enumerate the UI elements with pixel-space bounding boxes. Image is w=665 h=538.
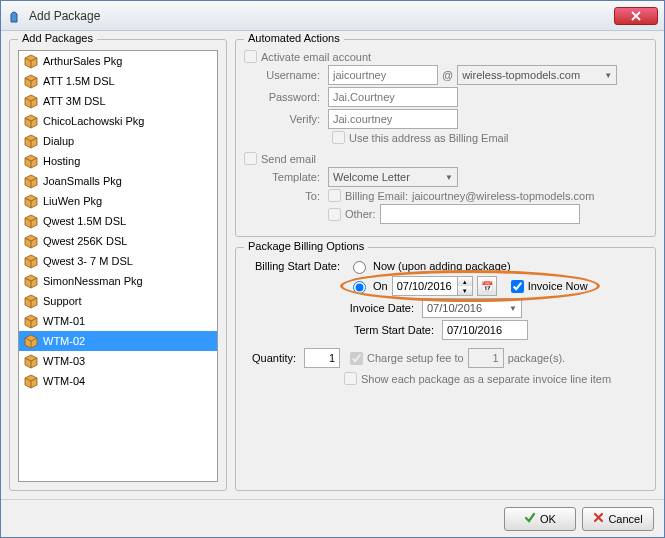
calendar-icon: 📅: [481, 281, 493, 292]
package-icon: [23, 253, 39, 269]
close-button[interactable]: [614, 7, 658, 25]
x-icon: [593, 512, 604, 525]
package-label: ArthurSales Pkg: [43, 55, 122, 67]
package-item[interactable]: SimonNessman Pkg: [19, 271, 217, 291]
now-radio[interactable]: [353, 261, 366, 274]
on-date-input[interactable]: [393, 277, 457, 295]
other-checkbox[interactable]: [328, 208, 341, 221]
other-label: Other:: [345, 208, 376, 220]
use-billing-checkbox[interactable]: [332, 131, 345, 144]
package-icon: [23, 173, 39, 189]
package-item[interactable]: LiuWen Pkg: [19, 191, 217, 211]
package-label: Dialup: [43, 135, 74, 147]
charge-setup-checkbox[interactable]: [350, 352, 363, 365]
charge-setup-post: package(s).: [508, 352, 565, 364]
billing-options-group: Package Billing Options Billing Start Da…: [235, 247, 656, 491]
billing-email-label: Billing Email:: [345, 190, 408, 202]
package-icon: [23, 153, 39, 169]
invoice-now-checkbox[interactable]: [511, 280, 524, 293]
package-item[interactable]: ATT 3M DSL: [19, 91, 217, 111]
package-item[interactable]: Hosting: [19, 151, 217, 171]
invoice-date-dropdown[interactable]: 07/10/2016 ▼: [422, 298, 522, 318]
term-start-input[interactable]: [442, 320, 528, 340]
package-item[interactable]: JoanSmalls Pkg: [19, 171, 217, 191]
package-label: ATT 1.5M DSL: [43, 75, 115, 87]
packages-group: Add Packages ArthurSales PkgATT 1.5M DSL…: [9, 39, 227, 491]
package-label: Hosting: [43, 155, 80, 167]
package-item[interactable]: Support: [19, 291, 217, 311]
package-item[interactable]: Qwest 3- 7 M DSL: [19, 251, 217, 271]
charge-setup-count: [468, 348, 504, 368]
show-each-checkbox[interactable]: [344, 372, 357, 385]
right-panel: Automated Actions Activate email account…: [235, 39, 656, 491]
package-label: JoanSmalls Pkg: [43, 175, 122, 187]
other-input[interactable]: [380, 204, 580, 224]
package-icon: [23, 293, 39, 309]
on-radio[interactable]: [353, 281, 366, 294]
package-list[interactable]: ArthurSales PkgATT 1.5M DSLATT 3M DSLChi…: [18, 50, 218, 482]
package-item[interactable]: WTM-02: [19, 331, 217, 351]
password-label: Password:: [244, 91, 324, 103]
on-date-spinner[interactable]: ▲▼: [392, 276, 473, 296]
cancel-button[interactable]: Cancel: [582, 507, 654, 531]
package-item[interactable]: WTM-01: [19, 311, 217, 331]
billing-email-checkbox[interactable]: [328, 189, 341, 202]
verify-input[interactable]: [328, 109, 458, 129]
verify-label: Verify:: [244, 113, 324, 125]
package-item[interactable]: WTM-04: [19, 371, 217, 391]
package-label: WTM-04: [43, 375, 85, 387]
use-billing-label: Use this address as Billing Email: [349, 132, 509, 144]
template-label: Template:: [244, 171, 324, 183]
charge-setup-pre: Charge setup fee to: [367, 352, 464, 364]
spin-up[interactable]: ▲: [458, 277, 472, 286]
on-label: On: [373, 280, 388, 292]
to-label: To:: [244, 190, 324, 202]
package-icon: [23, 113, 39, 129]
chevron-down-icon: ▼: [509, 304, 517, 313]
titlebar: Add Package: [1, 1, 664, 31]
package-item[interactable]: Qwest 1.5M DSL: [19, 211, 217, 231]
package-item[interactable]: ChicoLachowski Pkg: [19, 111, 217, 131]
add-package-dialog: Add Package Add Packages ArthurSales Pkg…: [0, 0, 665, 538]
activate-email-label: Activate email account: [261, 51, 371, 63]
quantity-input[interactable]: [304, 348, 340, 368]
package-label: Qwest 1.5M DSL: [43, 215, 126, 227]
window-title: Add Package: [29, 9, 614, 23]
now-label: Now (upon adding package): [373, 260, 511, 272]
package-item[interactable]: ArthurSales Pkg: [19, 51, 217, 71]
package-icon: [23, 333, 39, 349]
package-icon: [23, 353, 39, 369]
package-item[interactable]: Qwest 256K DSL: [19, 231, 217, 251]
package-item[interactable]: ATT 1.5M DSL: [19, 71, 217, 91]
send-email-label: Send email: [261, 153, 316, 165]
activate-email-checkbox[interactable]: [244, 50, 257, 63]
quantity-label: Quantity:: [244, 352, 300, 364]
invoice-now-label: Invoice Now: [528, 280, 588, 292]
automated-actions-group: Automated Actions Activate email account…: [235, 39, 656, 237]
username-input[interactable]: [328, 65, 438, 85]
template-dropdown[interactable]: Welcome Letter ▼: [328, 167, 458, 187]
package-label: WTM-02: [43, 335, 85, 347]
package-label: Qwest 256K DSL: [43, 235, 127, 247]
package-icon: [23, 53, 39, 69]
package-label: Support: [43, 295, 82, 307]
username-label: Username:: [244, 69, 324, 81]
package-label: ATT 3M DSL: [43, 95, 106, 107]
package-icon: [23, 213, 39, 229]
package-icon: [23, 313, 39, 329]
send-email-checkbox[interactable]: [244, 152, 257, 165]
package-label: SimonNessman Pkg: [43, 275, 143, 287]
invoice-date-label: Invoice Date:: [348, 302, 418, 314]
dialog-body: Add Packages ArthurSales PkgATT 1.5M DSL…: [1, 31, 664, 499]
package-icon: [23, 93, 39, 109]
package-icon: [23, 73, 39, 89]
domain-dropdown[interactable]: wireless-topmodels.com ▼: [457, 65, 617, 85]
chevron-down-icon: ▼: [604, 71, 612, 80]
app-icon: [7, 8, 23, 24]
package-item[interactable]: WTM-03: [19, 351, 217, 371]
password-input[interactable]: [328, 87, 458, 107]
ok-button[interactable]: OK: [504, 507, 576, 531]
spin-down[interactable]: ▼: [458, 286, 472, 295]
calendar-button[interactable]: 📅: [477, 276, 497, 296]
package-item[interactable]: Dialup: [19, 131, 217, 151]
